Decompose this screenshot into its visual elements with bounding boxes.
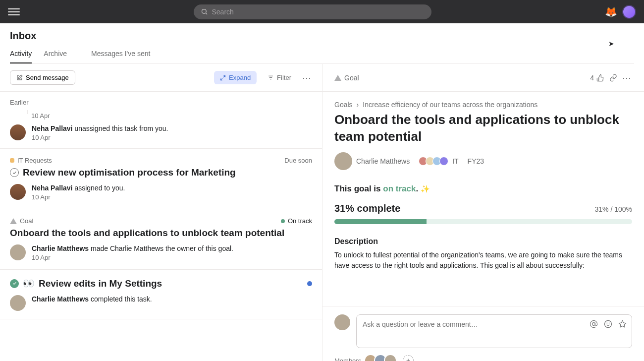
filter-button[interactable]: Filter bbox=[262, 71, 297, 84]
chevron-right-icon: › bbox=[357, 101, 359, 109]
search-field[interactable] bbox=[212, 8, 425, 16]
expand-button[interactable]: Expand bbox=[214, 71, 257, 84]
inbox-card[interactable]: 👀 Review edits in My Settings Charlie Ma… bbox=[0, 270, 322, 319]
svg-point-6 bbox=[604, 320, 611, 327]
user-avatar[interactable] bbox=[622, 5, 636, 19]
thumbs-up-icon bbox=[596, 74, 604, 82]
owner-avatar bbox=[334, 152, 352, 170]
page-title: Inbox bbox=[10, 30, 634, 42]
prev-timestamp: 10 Apr bbox=[31, 112, 312, 120]
progress-fill bbox=[334, 219, 427, 224]
task-check-done-icon[interactable] bbox=[10, 279, 19, 288]
member-avatars[interactable] bbox=[367, 354, 397, 361]
goal-status: This goal is on track. ✨ bbox=[334, 184, 632, 194]
svg-point-7 bbox=[607, 323, 607, 323]
tabs: Activity Archive Messages I've sent bbox=[10, 46, 634, 64]
activity-timestamp: 10 Apr bbox=[32, 193, 125, 201]
activity-text: Neha Pallavi assigned to you. bbox=[32, 184, 125, 192]
due-badge: Due soon bbox=[284, 157, 312, 164]
goal-icon bbox=[10, 218, 17, 224]
send-message-label: Send message bbox=[26, 74, 69, 81]
svg-point-5 bbox=[592, 323, 595, 326]
progress-ratio: 31% / 100% bbox=[595, 205, 633, 213]
status-badge: On track bbox=[281, 217, 312, 225]
add-member-button[interactable]: + bbox=[403, 355, 414, 361]
detail-type: Goal bbox=[334, 74, 359, 82]
filter-label: Filter bbox=[277, 74, 291, 81]
svg-point-8 bbox=[609, 323, 609, 323]
avatar bbox=[10, 295, 26, 311]
breadcrumb: Goals › Increase efficiency of our teams… bbox=[334, 101, 632, 109]
inbox-card[interactable]: Goal On track Onboard the tools and appl… bbox=[0, 209, 322, 270]
search-input[interactable] bbox=[194, 4, 431, 19]
comment-input[interactable] bbox=[363, 320, 626, 328]
svg-line-1 bbox=[206, 13, 207, 14]
description-text: To unlock to fullest potential of the or… bbox=[334, 250, 632, 271]
more-icon[interactable]: ⋯ bbox=[622, 72, 632, 83]
mention-icon[interactable] bbox=[590, 320, 598, 328]
compose-icon bbox=[16, 74, 23, 81]
sparkle-icon: ✨ bbox=[421, 184, 430, 193]
goal-title: Onboard the tools and applications to un… bbox=[334, 112, 632, 145]
members-label: Members bbox=[334, 357, 361, 361]
unread-dot bbox=[307, 281, 312, 286]
cursor-icon: ➤ bbox=[608, 40, 614, 48]
tab-separator bbox=[79, 51, 79, 59]
crumb-parent[interactable]: Increase efficiency of our teams across … bbox=[363, 101, 537, 109]
expand-icon bbox=[220, 75, 226, 81]
tab-activity[interactable]: Activity bbox=[10, 46, 32, 63]
progress-label: 31% complete bbox=[334, 203, 400, 214]
card-title: Onboard the tools and applications to un… bbox=[10, 228, 312, 239]
goal-period[interactable]: FY23 bbox=[468, 157, 484, 165]
tab-archive[interactable]: Archive bbox=[44, 46, 67, 63]
project-tag: IT Requests bbox=[10, 157, 52, 164]
copy-link-button[interactable] bbox=[609, 74, 617, 82]
tab-messages-sent[interactable]: Messages I've sent bbox=[91, 46, 150, 63]
link-icon bbox=[609, 74, 617, 82]
svg-point-0 bbox=[202, 9, 206, 14]
activity-text: Neha Pallavi unassigned this task from y… bbox=[32, 124, 168, 132]
send-message-button[interactable]: Send message bbox=[10, 70, 75, 85]
section-earlier: Earlier bbox=[0, 92, 322, 110]
filter-icon bbox=[268, 74, 274, 81]
inbox-card[interactable]: IT Requests Due soon Review new optimisa… bbox=[0, 149, 322, 209]
card-title: Review new optimisation process for Mark… bbox=[10, 167, 312, 178]
task-check-icon[interactable] bbox=[10, 168, 19, 177]
goal-owner[interactable]: Charlie Matthews bbox=[334, 152, 410, 170]
expand-label: Expand bbox=[229, 74, 251, 81]
activity-timestamp: 10 Apr bbox=[32, 254, 233, 261]
activity-timestamp: 10 Apr bbox=[32, 134, 168, 141]
goal-icon bbox=[334, 75, 341, 81]
avatar bbox=[10, 124, 26, 140]
description-heading: Description bbox=[334, 237, 632, 246]
avatar bbox=[10, 184, 26, 200]
comment-box[interactable] bbox=[356, 314, 632, 348]
star-icon[interactable] bbox=[618, 320, 627, 328]
crumb-goals[interactable]: Goals bbox=[334, 101, 353, 109]
avatar bbox=[10, 244, 26, 260]
upgrade-icon[interactable]: 🦊 bbox=[605, 6, 617, 18]
search-icon bbox=[201, 8, 208, 15]
svg-marker-9 bbox=[619, 320, 626, 327]
activity-text: Charlie Matthews made Charlie Matthews t… bbox=[32, 244, 233, 252]
goal-team[interactable]: IT bbox=[419, 157, 458, 166]
card-title: 👀 Review edits in My Settings bbox=[10, 278, 162, 289]
like-button[interactable]: 4 bbox=[590, 74, 604, 82]
team-avatars bbox=[419, 157, 448, 166]
more-icon[interactable]: ⋯ bbox=[302, 72, 312, 83]
activity-text: Charlie Matthews completed this task. bbox=[32, 295, 152, 303]
goal-tag: Goal bbox=[10, 217, 33, 225]
emoji-icon[interactable] bbox=[604, 320, 612, 328]
menu-icon[interactable] bbox=[8, 6, 20, 18]
current-user-avatar bbox=[334, 314, 350, 330]
progress-bar bbox=[334, 219, 632, 224]
